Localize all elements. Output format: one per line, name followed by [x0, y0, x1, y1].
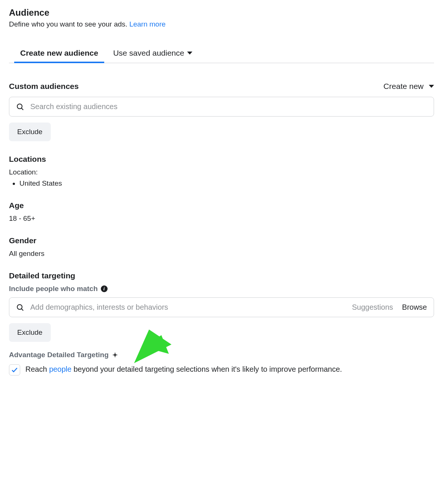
create-new-label: Create new [384, 82, 424, 91]
tab-create-new-audience[interactable]: Create new audience [20, 43, 98, 63]
sparkle-icon [112, 352, 118, 358]
audience-description: Define who you want to see your ads. Lea… [9, 20, 434, 28]
svg-line-1 [21, 108, 23, 110]
age-value: 18 - 65+ [9, 214, 434, 223]
location-sublabel: Location: [9, 168, 434, 176]
tab-saved-label: Use saved audience [113, 49, 184, 58]
custom-audiences-search-input[interactable] [30, 102, 427, 111]
svg-line-3 [21, 309, 23, 310]
info-icon[interactable]: i [101, 285, 108, 292]
audience-tabs: Create new audience Use saved audience [9, 43, 434, 63]
advantage-text-prefix: Reach [25, 365, 49, 373]
include-text: Include people who match [9, 285, 98, 293]
chevron-down-icon [187, 52, 192, 55]
svg-point-0 [17, 104, 22, 109]
location-list: United States [9, 179, 434, 188]
include-people-label: Include people who match i [9, 285, 434, 293]
browse-button[interactable]: Browse [402, 303, 427, 312]
tab-create-label: Create new audience [20, 49, 98, 58]
exclude-targeting-button[interactable]: Exclude [9, 323, 51, 342]
custom-audiences-label: Custom audiences [9, 82, 79, 91]
gender-value: All genders [9, 250, 434, 258]
gender-label: Gender [9, 236, 434, 245]
detailed-targeting-label: Detailed targeting [9, 271, 434, 280]
search-icon [16, 103, 24, 111]
audience-desc-text: Define who you want to see your ads. [9, 20, 127, 28]
check-icon [11, 366, 18, 374]
location-item: United States [19, 179, 434, 188]
advantage-targeting-label: Advantage Detailed Targeting [9, 351, 434, 359]
suggestions-button[interactable]: Suggestions [352, 303, 393, 312]
search-icon [16, 303, 24, 312]
exclude-custom-button[interactable]: Exclude [9, 123, 51, 141]
locations-label: Locations [9, 155, 434, 164]
advantage-description: Reach people beyond your detailed target… [25, 364, 342, 375]
create-new-dropdown[interactable]: Create new [384, 82, 434, 91]
tab-use-saved-audience[interactable]: Use saved audience [113, 43, 192, 63]
advantage-text-suffix: beyond your detailed targeting selection… [71, 365, 342, 373]
chevron-down-icon [429, 85, 434, 88]
people-link[interactable]: people [49, 365, 71, 373]
detailed-targeting-input[interactable] [30, 303, 346, 312]
svg-point-2 [17, 304, 22, 309]
audience-title: Audience [9, 7, 434, 18]
advantage-checkbox[interactable] [9, 364, 20, 375]
learn-more-link[interactable]: Learn more [129, 20, 165, 28]
custom-audiences-search[interactable] [9, 97, 434, 117]
detailed-targeting-input-box[interactable]: Suggestions Browse [9, 297, 434, 317]
age-label: Age [9, 201, 434, 210]
advantage-label-text: Advantage Detailed Targeting [9, 351, 109, 359]
